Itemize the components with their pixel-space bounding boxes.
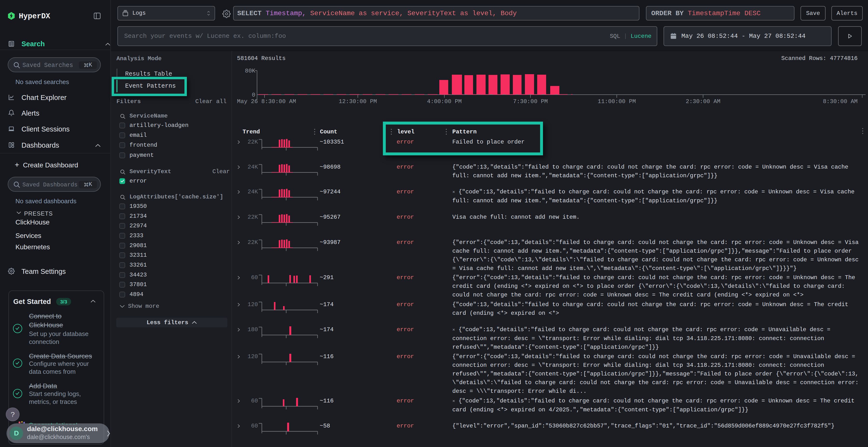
svg-text:11:00:00 PM: 11:00:00 PM: [598, 98, 636, 105]
svg-text:2:30:00 AM: 2:30:00 AM: [686, 98, 720, 105]
svg-text:0: 0: [252, 92, 255, 98]
svg-text:May 26 8:30:00 AM: May 26 8:30:00 AM: [237, 98, 296, 105]
svg-text:7:30:00 PM: 7:30:00 PM: [513, 98, 548, 105]
svg-text:4:00:00 PM: 4:00:00 PM: [427, 98, 462, 105]
svg-text:8:30:00 AM: 8:30:00 AM: [823, 98, 858, 105]
svg-text:80K: 80K: [245, 68, 255, 74]
svg-text:12:30:00 PM: 12:30:00 PM: [339, 98, 377, 105]
